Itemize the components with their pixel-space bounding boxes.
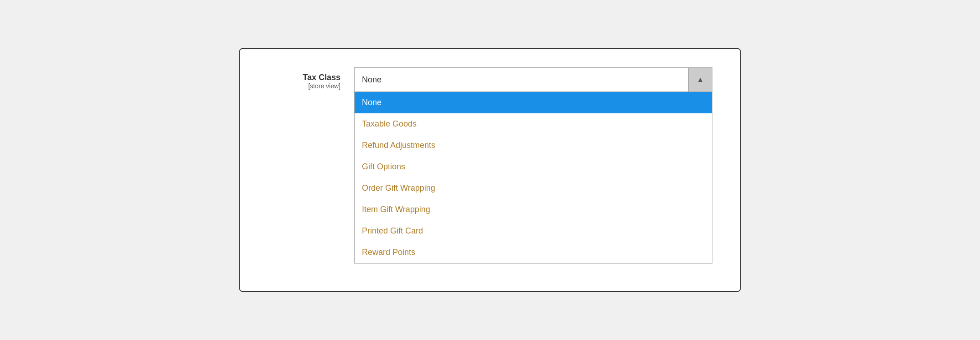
dropdown-item[interactable]: Reward Points [355, 242, 712, 263]
dropdown-item[interactable]: Item Gift Wrapping [355, 199, 712, 220]
dropdown-item[interactable]: Taxable Goods [355, 113, 712, 135]
dropdown-item[interactable]: Printed Gift Card [355, 220, 712, 242]
tax-class-field-container: Tax Class [store view] None ▲ NoneTaxabl… [239, 48, 741, 292]
dropdown-list: NoneTaxable GoodsRefund AdjustmentsGift … [354, 92, 712, 264]
field-label-sub: [store view] [308, 82, 340, 90]
select-display[interactable]: None ▲ [354, 67, 712, 92]
dropdown-item[interactable]: Order Gift Wrapping [355, 178, 712, 199]
arrow-up-icon: ▲ [697, 76, 704, 84]
field-label-main: Tax Class [303, 73, 340, 82]
tax-class-select-wrapper: None ▲ NoneTaxable GoodsRefund Adjustmen… [354, 67, 712, 264]
field-row: Tax Class [store view] None ▲ NoneTaxabl… [268, 67, 712, 264]
dropdown-item[interactable]: None [355, 92, 712, 113]
dropdown-item[interactable]: Gift Options [355, 156, 712, 178]
select-arrow-button[interactable]: ▲ [688, 68, 712, 91]
field-label-group: Tax Class [store view] [268, 67, 340, 90]
dropdown-item[interactable]: Refund Adjustments [355, 135, 712, 156]
select-current-value: None [355, 70, 688, 90]
